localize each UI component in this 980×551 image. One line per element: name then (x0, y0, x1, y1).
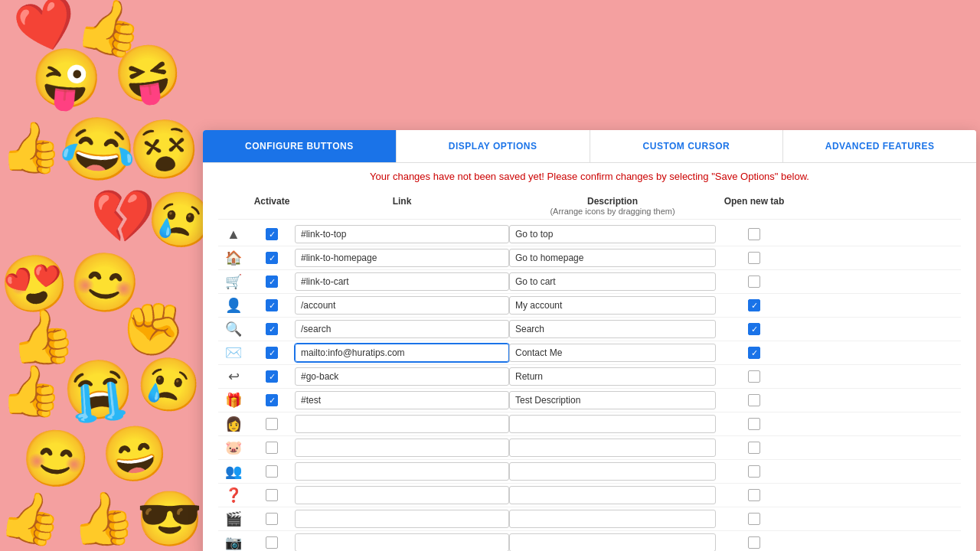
emoji-smile-2: 😊 (19, 428, 93, 489)
row-link-video[interactable] (295, 510, 509, 528)
row-link-back[interactable] (295, 367, 509, 386)
row-open-person[interactable] (716, 418, 792, 430)
row-icon-back: ↩ (218, 368, 249, 385)
row-link-cart[interactable] (295, 272, 509, 291)
row-desc-question[interactable] (509, 486, 716, 504)
row-checkbox-home[interactable]: ✓ (249, 252, 295, 264)
tab-configure-buttons[interactable]: CONFIGURE BUTTONS (203, 130, 397, 162)
row-open-question[interactable] (716, 489, 792, 501)
row-icon-email: ✉️ (218, 344, 249, 361)
row-checkbox-pig[interactable] (249, 442, 295, 454)
table-row: 👤 ✓ ✓ (218, 294, 961, 318)
row-open-camera[interactable] (716, 536, 792, 549)
row-open-back[interactable] (716, 370, 792, 383)
row-desc-back[interactable] (509, 367, 716, 386)
row-open-account[interactable]: ✓ (716, 299, 792, 311)
emoji-thumbsup-4: 👍 (0, 366, 62, 416)
table-row: 📷 (218, 531, 961, 551)
row-open-video[interactable] (716, 513, 792, 525)
row-open-top[interactable] (716, 228, 792, 240)
th-activate: Activate (249, 196, 295, 216)
row-open-cart[interactable] (716, 276, 792, 288)
table-header: Activate Link Description (Arrange icons… (218, 190, 961, 220)
emoji-sobbig: 😭 (60, 358, 137, 422)
row-link-camera[interactable] (295, 533, 509, 551)
row-desc-group[interactable] (509, 462, 716, 481)
table-row: ❓ (218, 484, 961, 507)
row-desc-gift[interactable] (509, 391, 716, 409)
row-checkbox-back[interactable]: ✓ (249, 370, 295, 383)
row-desc-cart[interactable] (509, 272, 716, 291)
row-icon-search: 🔍 (218, 321, 249, 337)
emoji-tongue-1: 😜 (28, 47, 105, 110)
table-row: 🛒 ✓ (218, 270, 961, 294)
row-link-gift[interactable] (295, 391, 509, 409)
th-link: Link (295, 196, 509, 216)
emoji-cry-1: 😢 (144, 188, 207, 250)
emoji-tongue-2: 😝 (109, 41, 185, 106)
table-row: 🏠 ✓ (218, 246, 961, 270)
table-row: ↩ ✓ (218, 365, 961, 389)
row-checkbox-video[interactable] (249, 513, 295, 525)
row-icon-person: 👩 (218, 416, 249, 432)
row-desc-home[interactable] (509, 249, 716, 267)
row-link-search[interactable] (295, 320, 509, 338)
background-panel: ❤️ 👍 😜 😝 👍 😂 😵 💔 😢 😍 😊 👍 ✊ 👍 😭 😢 😊 😄 👍 👍… (0, 0, 207, 551)
table-row: 👥 (218, 460, 961, 484)
row-open-pig[interactable] (716, 442, 792, 454)
row-link-pig[interactable] (295, 439, 509, 457)
row-link-home[interactable] (295, 249, 509, 267)
table-row: 🔍 ✓ ✓ (218, 318, 961, 341)
row-desc-email[interactable] (509, 344, 716, 362)
table-row: ▲ ✓ (218, 223, 961, 246)
row-link-top[interactable] (295, 225, 509, 243)
row-desc-camera[interactable] (509, 533, 716, 551)
row-checkbox-search[interactable]: ✓ (249, 323, 295, 335)
row-desc-top[interactable] (509, 225, 716, 243)
row-checkbox-gift[interactable]: ✓ (249, 394, 295, 406)
row-open-search[interactable]: ✓ (716, 323, 792, 335)
emoji-thumbsup-6: 👍 (68, 489, 138, 546)
th-icon (218, 196, 249, 216)
table-row: 🎬 (218, 507, 961, 531)
row-desc-video[interactable] (509, 510, 716, 528)
row-link-question[interactable] (295, 486, 509, 504)
row-icon-video: 🎬 (218, 510, 249, 527)
row-icon-home: 🏠 (218, 249, 249, 266)
row-checkbox-person[interactable] (249, 418, 295, 430)
row-icon-camera: 📷 (218, 534, 249, 551)
row-link-person[interactable] (295, 415, 509, 433)
row-checkbox-email[interactable]: ✓ (249, 347, 295, 359)
row-open-home[interactable] (716, 252, 792, 264)
row-open-group[interactable] (716, 465, 792, 478)
row-open-gift[interactable] (716, 394, 792, 406)
emoji-wave: ✊ (117, 297, 191, 360)
emoji-thumbsup-5: 👍 (0, 487, 66, 546)
row-checkbox-camera[interactable] (249, 536, 295, 549)
th-description: Description (Arrange icons by dragging t… (509, 196, 716, 216)
row-checkbox-question[interactable] (249, 489, 295, 501)
row-icon-cart: 🛒 (218, 273, 249, 290)
emoji-cool: 😎 (136, 492, 203, 546)
buttons-table: Activate Link Description (Arrange icons… (203, 190, 976, 551)
main-panel: CONFIGURE BUTTONS DISPLAY OPTIONS CUSTOM… (203, 130, 976, 551)
row-open-email[interactable]: ✓ (716, 347, 792, 359)
row-desc-search[interactable] (509, 320, 716, 338)
tab-advanced-features[interactable]: ADVANCED FEATURES (783, 130, 976, 162)
row-checkbox-cart[interactable]: ✓ (249, 276, 295, 288)
tab-display-options[interactable]: DISPLAY OPTIONS (397, 130, 590, 162)
row-desc-account[interactable] (509, 296, 716, 315)
row-checkbox-top[interactable]: ✓ (249, 228, 295, 240)
row-link-group[interactable] (295, 462, 509, 481)
row-checkbox-account[interactable]: ✓ (249, 299, 295, 311)
table-row: ✉️ ✓ ✓ (218, 341, 961, 365)
row-link-account[interactable] (295, 296, 509, 315)
tab-custom-cursor[interactable]: CUSTOM CURSOR (590, 130, 784, 162)
row-icon-group: 👥 (218, 463, 249, 480)
th-open-new-tab: Open new tab (716, 196, 792, 216)
row-desc-pig[interactable] (509, 439, 716, 457)
row-desc-person[interactable] (509, 415, 716, 433)
row-checkbox-group[interactable] (249, 465, 295, 478)
table-row: 👩 (218, 412, 961, 436)
row-link-email[interactable] (295, 344, 509, 362)
